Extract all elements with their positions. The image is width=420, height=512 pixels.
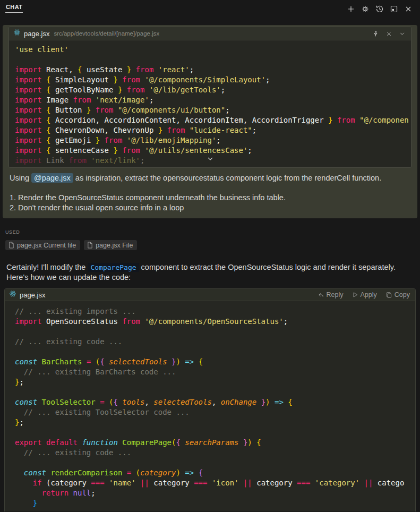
- code-line: import OpenSourceStatus from '@/componen…: [15, 317, 415, 327]
- gear-icon[interactable]: [361, 4, 370, 13]
- code-line: }: [15, 498, 415, 508]
- used-section: USED page.jsx Current file page.jsx File: [5, 229, 415, 250]
- code-chip[interactable]: ComparePage: [88, 263, 139, 272]
- list-item: 1. Render the OpenSourceStatus component…: [10, 193, 410, 203]
- close-icon[interactable]: [384, 29, 393, 38]
- panel-actions: [346, 0, 413, 13]
- user-message-list: 1. Render the OpenSourceStatus component…: [10, 193, 410, 213]
- code-line: // ... existing code ...: [15, 448, 415, 458]
- code-line: };: [15, 417, 415, 428]
- code-line: return null;: [15, 488, 415, 498]
- assistant-message-text: Certainly! I'll modify the ComparePage c…: [6, 262, 408, 283]
- code-line: // ... existing BarCharts code ...: [15, 367, 415, 377]
- chevron-down-icon[interactable]: [398, 29, 407, 38]
- code-line: [15, 387, 415, 397]
- react-icon: [13, 29, 21, 38]
- code-line: export default function ComparePage({ se…: [15, 438, 415, 448]
- pinned-file-code: 'use client' import React, { useState } …: [9, 40, 411, 167]
- code-line: [15, 327, 415, 337]
- pin-icon[interactable]: [371, 29, 380, 38]
- code-line: import React, { useState } from 'react';: [15, 65, 411, 75]
- code-line: import { SimpleLayout } from '@/componen…: [15, 75, 411, 85]
- react-icon: [9, 290, 16, 300]
- used-chip-file[interactable]: page.jsx File: [84, 240, 137, 250]
- code-line: [15, 458, 415, 468]
- text-segment: as inspiration, extract the opensourcest…: [73, 174, 381, 182]
- code-line: import { Button } from "@/components/ui/…: [15, 105, 411, 115]
- copy-button[interactable]: Copy: [385, 291, 410, 298]
- code-line: if (category === 'name' || category === …: [15, 478, 415, 488]
- file-icon: [87, 242, 93, 249]
- code-line: };: [15, 377, 415, 387]
- tab-chat[interactable]: CHAT: [5, 0, 23, 13]
- history-icon[interactable]: [375, 4, 384, 13]
- file-icon: [8, 242, 14, 249]
- code-line: const renderComparison = (category) => {: [15, 468, 415, 478]
- code-line: import Link from 'next/link';: [15, 156, 411, 166]
- pinned-file-header[interactable]: page.jsx src/app/devtools/detail/[name]/…: [9, 27, 411, 40]
- code-line: const BarCharts = ({ selectedTools }) =>…: [15, 357, 415, 367]
- apply-button[interactable]: Apply: [352, 291, 377, 298]
- pinned-file-name: page.jsx: [24, 30, 49, 38]
- code-line: import { getToolByName } from '@/lib/get…: [15, 85, 411, 95]
- plus-icon[interactable]: [346, 4, 355, 13]
- panel-header: CHAT: [0, 0, 420, 22]
- response-code-block: page.jsx Reply Apply Copy: [4, 288, 416, 511]
- response-code-body: // ... existing imports ...import OpenSo…: [5, 301, 415, 511]
- response-file-name: page.jsx: [20, 291, 45, 299]
- code-line: [15, 347, 415, 357]
- used-label: USED: [5, 229, 415, 235]
- code-line: import Image from 'next/image';: [15, 95, 411, 105]
- pinned-file-preview: page.jsx src/app/devtools/detail/[name]/…: [8, 27, 412, 168]
- text-segment: Certainly! I'll modify the: [6, 263, 88, 271]
- user-message: page.jsx src/app/devtools/detail/[name]/…: [3, 25, 417, 218]
- copy-icon: [385, 292, 392, 298]
- used-chip-current-file[interactable]: page.jsx Current file: [5, 240, 80, 250]
- code-line: // ... existing imports ...: [15, 306, 415, 317]
- list-item: 2. Don't render the usual open source in…: [10, 203, 410, 213]
- open-in-editor-icon[interactable]: [389, 4, 398, 13]
- code-line: // ... existing code ...: [15, 337, 415, 347]
- code-line: import { Accordion, AccordionContent, Ac…: [15, 115, 411, 125]
- user-message-text: Using @page.jsx as inspiration, extract …: [10, 173, 410, 183]
- code-line: // ... existing ToolSelector code ...: [15, 407, 415, 417]
- response-code-header: page.jsx Reply Apply Copy: [5, 289, 415, 301]
- code-line: 'use client': [15, 45, 411, 55]
- text-segment: Using: [10, 174, 31, 182]
- code-line: [15, 428, 415, 438]
- code-line: const ToolSelector = ({ tools, selectedT…: [15, 397, 415, 407]
- close-icon[interactable]: [404, 4, 413, 13]
- code-line: import { ChevronDown, ChevronUp } from "…: [15, 125, 411, 135]
- mention-chip[interactable]: @page.jsx: [31, 173, 73, 183]
- reply-button[interactable]: Reply: [318, 291, 344, 298]
- code-line: [15, 55, 411, 65]
- pinned-file-path: src/app/devtools/detail/[name]/page.jsx: [54, 30, 159, 37]
- apply-icon: [352, 292, 358, 298]
- code-line: import { getEmoji } from '@/lib/emojiMap…: [15, 135, 411, 146]
- reply-icon: [318, 292, 324, 298]
